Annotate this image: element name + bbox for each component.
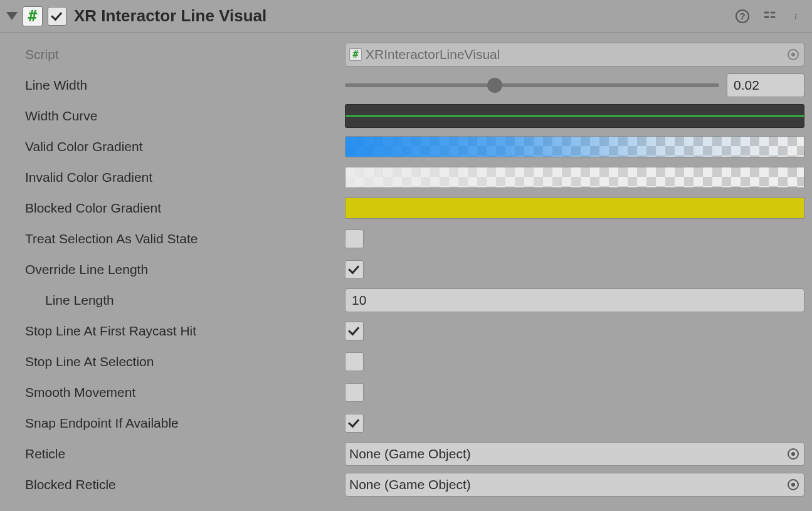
svg-rect-5 bbox=[771, 16, 775, 18]
component-title: XR Interactor Line Visual bbox=[74, 6, 734, 26]
label-valid-color-gradient: Valid Color Gradient bbox=[25, 139, 345, 154]
stop-line-at-selection-checkbox[interactable] bbox=[345, 352, 364, 371]
slider-thumb-icon[interactable] bbox=[487, 78, 502, 93]
line-width-input[interactable]: 0.02 bbox=[727, 73, 804, 97]
checkmark-icon bbox=[348, 262, 359, 274]
svg-point-8 bbox=[795, 18, 796, 19]
foldout-toggle-icon[interactable] bbox=[6, 12, 18, 20]
blocked-reticle-value: None (Game Object) bbox=[349, 477, 471, 492]
properties-panel: Script # XRInteractorLineVisual Line Wid… bbox=[0, 33, 812, 500]
valid-color-gradient-field[interactable] bbox=[345, 136, 804, 157]
component-enabled-checkbox[interactable] bbox=[48, 7, 66, 26]
blocked-color-gradient-field[interactable] bbox=[345, 198, 804, 219]
property-row-reticle: Reticle None (Game Object) bbox=[25, 438, 806, 469]
label-line-width: Line Width bbox=[25, 78, 345, 93]
svg-rect-4 bbox=[764, 16, 769, 18]
gradient-preview bbox=[345, 137, 804, 157]
script-field: # XRInteractorLineVisual bbox=[345, 43, 804, 66]
checkmark-icon bbox=[348, 324, 359, 335]
property-row-line-width: Line Width 0.02 bbox=[25, 70, 806, 100]
svg-point-6 bbox=[795, 13, 796, 14]
checkmark-icon bbox=[348, 416, 359, 428]
label-treat-selection-as-valid-state: Treat Selection As Valid State bbox=[25, 231, 345, 246]
component-header: # XR Interactor Line Visual ? bbox=[0, 0, 812, 33]
object-picker-icon[interactable] bbox=[788, 479, 799, 490]
property-row-smooth-movement: Smooth Movement bbox=[25, 377, 806, 408]
label-script: Script bbox=[25, 47, 345, 62]
property-row-width-curve: Width Curve bbox=[25, 100, 806, 131]
label-stop-line-at-first-raycast-hit: Stop Line At First Raycast Hit bbox=[25, 324, 345, 339]
property-row-override-line-length: Override Line Length bbox=[25, 254, 806, 285]
context-menu-icon[interactable] bbox=[789, 8, 806, 24]
label-invalid-color-gradient: Invalid Color Gradient bbox=[25, 170, 345, 185]
label-width-curve: Width Curve bbox=[25, 108, 345, 124]
property-row-snap-endpoint-if-available: Snap Endpoint If Available bbox=[25, 408, 806, 438]
property-row-line-length: Line Length 10 bbox=[25, 285, 806, 315]
script-value: XRInteractorLineVisual bbox=[366, 47, 500, 62]
override-line-length-checkbox[interactable] bbox=[345, 260, 364, 279]
property-row-script: Script # XRInteractorLineVisual bbox=[25, 39, 806, 70]
invalid-color-gradient-field[interactable] bbox=[345, 167, 804, 188]
property-row-stop-line-at-selection: Stop Line At Selection bbox=[25, 346, 806, 377]
reticle-field[interactable]: None (Game Object) bbox=[345, 442, 804, 466]
treat-selection-as-valid-state-checkbox[interactable] bbox=[345, 229, 364, 248]
property-row-blocked-color-gradient: Blocked Color Gradient bbox=[25, 192, 806, 223]
width-curve-field[interactable] bbox=[345, 104, 804, 128]
svg-text:?: ? bbox=[739, 11, 745, 21]
snap-endpoint-if-available-checkbox[interactable] bbox=[345, 414, 364, 433]
script-type-icon: # bbox=[23, 6, 43, 26]
property-row-invalid-color-gradient: Invalid Color Gradient bbox=[25, 162, 806, 192]
header-icon-group: ? bbox=[734, 8, 806, 24]
label-override-line-length: Override Line Length bbox=[25, 262, 345, 277]
label-blocked-reticle: Blocked Reticle bbox=[25, 477, 345, 492]
stop-line-at-first-raycast-hit-checkbox[interactable] bbox=[345, 322, 364, 340]
property-row-blocked-reticle: Blocked Reticle None (Game Object) bbox=[25, 469, 806, 500]
script-hash-icon: # bbox=[349, 48, 362, 61]
help-icon[interactable]: ? bbox=[734, 8, 751, 24]
reticle-value: None (Game Object) bbox=[349, 446, 471, 461]
label-reticle: Reticle bbox=[25, 446, 345, 461]
label-line-length: Line Length bbox=[25, 293, 345, 308]
label-smooth-movement: Smooth Movement bbox=[25, 385, 345, 400]
property-row-treat-selection-as-valid-state: Treat Selection As Valid State bbox=[25, 223, 806, 254]
checkmark-icon bbox=[51, 9, 62, 21]
label-snap-endpoint-if-available: Snap Endpoint If Available bbox=[25, 416, 345, 431]
object-picker-icon[interactable] bbox=[788, 448, 799, 460]
line-length-input[interactable]: 10 bbox=[345, 288, 804, 312]
label-blocked-color-gradient: Blocked Color Gradient bbox=[25, 201, 345, 216]
svg-point-7 bbox=[795, 15, 796, 16]
gradient-preview bbox=[345, 167, 804, 187]
svg-rect-2 bbox=[764, 11, 769, 13]
blocked-reticle-field[interactable]: None (Game Object) bbox=[345, 473, 804, 497]
presets-icon[interactable] bbox=[762, 8, 778, 24]
curve-line-icon bbox=[345, 115, 804, 117]
gradient-preview bbox=[345, 198, 804, 218]
property-row-stop-line-at-first-raycast-hit: Stop Line At First Raycast Hit bbox=[25, 315, 806, 346]
svg-rect-3 bbox=[771, 11, 775, 13]
label-stop-line-at-selection: Stop Line At Selection bbox=[25, 354, 345, 369]
property-row-valid-color-gradient: Valid Color Gradient bbox=[25, 131, 806, 162]
object-picker-icon bbox=[788, 49, 799, 60]
smooth-movement-checkbox[interactable] bbox=[345, 383, 364, 402]
line-width-slider[interactable] bbox=[345, 83, 719, 87]
